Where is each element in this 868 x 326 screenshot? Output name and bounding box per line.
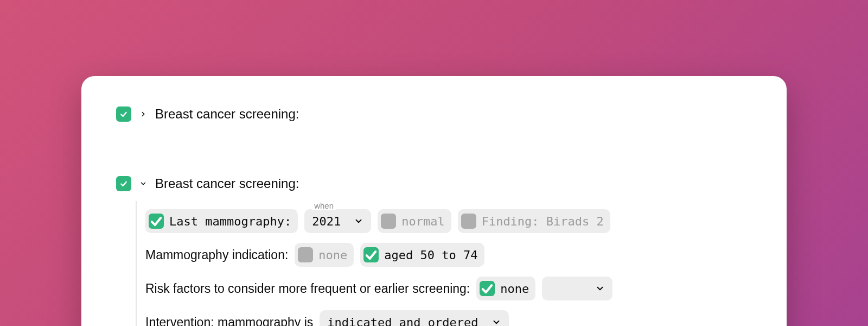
check-icon [480,281,495,296]
chip-normal[interactable]: normal [378,209,451,233]
risk-other-dropdown[interactable] [542,277,612,300]
chevron-down-icon [354,216,363,226]
section-title: Breast cancer screening: [155,106,299,122]
chevron-down-icon [492,317,501,326]
chip-checkbox[interactable] [381,214,396,229]
row-indication: Mammography indication: none aged 50 to … [145,243,752,267]
chip-label: none [318,248,347,262]
chip-label: none [500,282,529,296]
chip-checkbox[interactable] [298,247,313,262]
chip-last-mammography[interactable]: Last mammography: [145,209,298,233]
chip-indication-aged[interactable]: aged 50 to 74 [360,243,484,267]
section-breast-cancer-collapsed: Breast cancer screening: [116,106,752,122]
row-last-mammography: Last mammography: when 2021 normal Findi… [145,201,752,233]
row-label: Mammography indication: [145,243,288,267]
chip-checkbox[interactable] [363,247,379,262]
dropdown-value: indicated and ordered [327,316,478,327]
chip-checkbox[interactable] [480,281,495,296]
dropdown-value: 2021 [312,215,341,228]
chip-checkbox[interactable] [149,214,164,229]
section-breast-cancer-expanded: Breast cancer screening: [116,176,752,191]
chevron-down-icon [595,284,605,293]
chip-checkbox[interactable] [461,214,476,229]
row-label: Intervention: mammography is [145,310,313,326]
section-checkbox[interactable] [116,176,131,191]
collapse-toggle[interactable] [138,178,149,189]
form-card: Breast cancer screening: Breast cancer s… [81,76,787,326]
check-icon [149,214,164,229]
chevron-down-icon [139,180,147,187]
chip-label: Finding: Birads 2 [482,215,604,228]
section-body: Last mammography: when 2021 normal Findi… [136,201,752,326]
chip-label: aged 50 to 74 [384,248,477,262]
chip-label: normal [401,215,444,228]
row-intervention: Intervention: mammography is indicated a… [145,310,752,326]
when-dropdown[interactable]: 2021 [304,209,371,233]
expand-toggle[interactable] [138,109,149,120]
section-checkbox[interactable] [116,106,131,122]
check-icon [119,179,128,188]
intervention-dropdown[interactable]: indicated and ordered [320,310,508,326]
chip-finding-birads[interactable]: Finding: Birads 2 [458,209,610,233]
chip-indication-none[interactable]: none [295,243,354,267]
check-icon [119,110,128,118]
row-label: Risk factors to consider more frequent o… [145,277,470,300]
chevron-right-icon [139,110,147,118]
chip-risk-none[interactable]: none [476,277,535,300]
row-risk-factors: Risk factors to consider more frequent o… [145,277,752,300]
when-caption: when [312,201,336,210]
section-title: Breast cancer screening: [155,176,299,191]
chip-label: Last mammography: [169,215,291,228]
check-icon [363,247,379,262]
when-field: when 2021 [304,201,371,233]
